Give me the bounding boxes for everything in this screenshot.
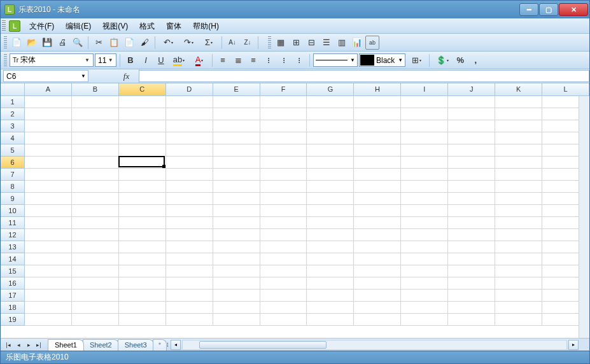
cell-K9[interactable] xyxy=(495,193,542,205)
cell-H4[interactable] xyxy=(354,132,401,144)
minimize-button[interactable]: ━ xyxy=(519,3,538,16)
cell-C7[interactable] xyxy=(119,169,166,181)
chevron-down-icon[interactable]: ▼ xyxy=(396,57,405,63)
row-header-19[interactable]: 19 xyxy=(1,314,25,326)
toolbar-grip-2[interactable] xyxy=(268,36,271,49)
cell-D13[interactable] xyxy=(166,241,213,253)
cell-G5[interactable] xyxy=(307,144,354,157)
cell-B9[interactable] xyxy=(72,193,119,205)
name-box[interactable]: C6 ▼ xyxy=(3,70,88,82)
cell-G17[interactable] xyxy=(307,290,354,302)
cell-A11[interactable] xyxy=(25,217,72,229)
cell-B17[interactable] xyxy=(72,290,119,302)
cell-J8[interactable] xyxy=(448,181,495,193)
textbox-button[interactable]: ab xyxy=(365,36,379,50)
select-all-corner[interactable] xyxy=(1,83,25,95)
border-style-combo[interactable]: ▼ xyxy=(313,53,358,67)
horizontal-scrollbar[interactable] xyxy=(182,340,567,350)
cell-E15[interactable] xyxy=(213,265,260,277)
vertical-scrollbar[interactable] xyxy=(579,96,589,338)
fx-label[interactable]: fx xyxy=(114,69,139,83)
cell-K6[interactable] xyxy=(495,157,542,169)
cell-G18[interactable] xyxy=(307,302,354,314)
row-header-13[interactable]: 13 xyxy=(1,241,25,253)
cell-E11[interactable] xyxy=(213,217,260,229)
sort-desc-button[interactable]: Z↓ xyxy=(241,36,255,50)
cell-E3[interactable] xyxy=(213,120,260,132)
cell-C9[interactable] xyxy=(119,193,166,205)
cell-C10[interactable] xyxy=(119,205,166,217)
hscroll-left[interactable]: ◂ xyxy=(171,340,181,350)
cell-F7[interactable] xyxy=(260,169,307,181)
menu-format[interactable]: 格式 xyxy=(134,19,160,34)
menubar-grip[interactable] xyxy=(2,20,6,32)
cell-D6[interactable] xyxy=(166,157,213,169)
cell-B1[interactable] xyxy=(72,96,119,108)
cell-E12[interactable] xyxy=(213,229,260,241)
cell-G11[interactable] xyxy=(307,217,354,229)
cell-H8[interactable] xyxy=(354,181,401,193)
cell-A10[interactable] xyxy=(25,205,72,217)
maximize-button[interactable]: ▢ xyxy=(539,3,558,16)
cell-D8[interactable] xyxy=(166,181,213,193)
chart-button[interactable]: 📊 xyxy=(350,36,364,50)
cell-E16[interactable] xyxy=(213,277,260,290)
cell-K7[interactable] xyxy=(495,169,542,181)
row-header-2[interactable]: 2 xyxy=(1,108,25,120)
cell-E5[interactable] xyxy=(213,144,260,157)
align-top-button[interactable]: ⫶ xyxy=(262,53,276,67)
cell-H19[interactable] xyxy=(354,314,401,326)
hscroll-thumb[interactable] xyxy=(199,341,327,349)
border-color-combo[interactable]: Black ▼ xyxy=(359,53,405,67)
new-button[interactable]: 📄 xyxy=(10,36,24,50)
row-header-17[interactable]: 17 xyxy=(1,290,25,302)
cell-A12[interactable] xyxy=(25,229,72,241)
cell-D15[interactable] xyxy=(166,265,213,277)
cell-F10[interactable] xyxy=(260,205,307,217)
column-header-I[interactable]: I xyxy=(401,83,448,95)
cell-A18[interactable] xyxy=(25,302,72,314)
cell-H1[interactable] xyxy=(354,96,401,108)
tab-nav-last[interactable]: ▸| xyxy=(34,340,44,350)
cell-F9[interactable] xyxy=(260,193,307,205)
row-header-3[interactable]: 3 xyxy=(1,120,25,132)
cell-D10[interactable] xyxy=(166,205,213,217)
cell-K12[interactable] xyxy=(495,229,542,241)
cell-F13[interactable] xyxy=(260,241,307,253)
sheet-tab-sheet3[interactable]: Sheet3 xyxy=(118,339,154,351)
cell-A8[interactable] xyxy=(25,181,72,193)
cell-J10[interactable] xyxy=(448,205,495,217)
cell-H5[interactable] xyxy=(354,144,401,157)
cell-F1[interactable] xyxy=(260,96,307,108)
borders-button[interactable]: ⊞▾ xyxy=(407,53,426,67)
cell-B4[interactable] xyxy=(72,132,119,144)
cell-G8[interactable] xyxy=(307,181,354,193)
cell-A1[interactable] xyxy=(25,96,72,108)
column-header-H[interactable]: H xyxy=(354,83,401,95)
cell-I4[interactable] xyxy=(401,132,448,144)
cell-H3[interactable] xyxy=(354,120,401,132)
cell-F3[interactable] xyxy=(260,120,307,132)
cell-B6[interactable] xyxy=(72,157,119,169)
cell-C5[interactable] xyxy=(119,144,166,157)
toolbar-grip-3[interactable] xyxy=(4,54,7,67)
cell-J7[interactable] xyxy=(448,169,495,181)
column-header-G[interactable]: G xyxy=(307,83,354,95)
print-button[interactable]: 🖨 xyxy=(55,36,69,50)
cell-F16[interactable] xyxy=(260,277,307,290)
tab-nav-next[interactable]: ▸ xyxy=(24,340,34,350)
font-color-button[interactable]: A▾ xyxy=(190,53,209,67)
cell-H17[interactable] xyxy=(354,290,401,302)
menu-view[interactable]: 视图(V) xyxy=(97,19,133,34)
cell-A9[interactable] xyxy=(25,193,72,205)
cell-A13[interactable] xyxy=(25,241,72,253)
insert-row-button[interactable]: ☰ xyxy=(320,36,334,50)
cell-D1[interactable] xyxy=(166,96,213,108)
cell-A15[interactable] xyxy=(25,265,72,277)
align-middle-button[interactable]: ⫶ xyxy=(277,53,291,67)
cell-I13[interactable] xyxy=(401,241,448,253)
cell-F14[interactable] xyxy=(260,253,307,265)
cell-C1[interactable] xyxy=(119,96,166,108)
cell-K5[interactable] xyxy=(495,144,542,157)
cell-J9[interactable] xyxy=(448,193,495,205)
